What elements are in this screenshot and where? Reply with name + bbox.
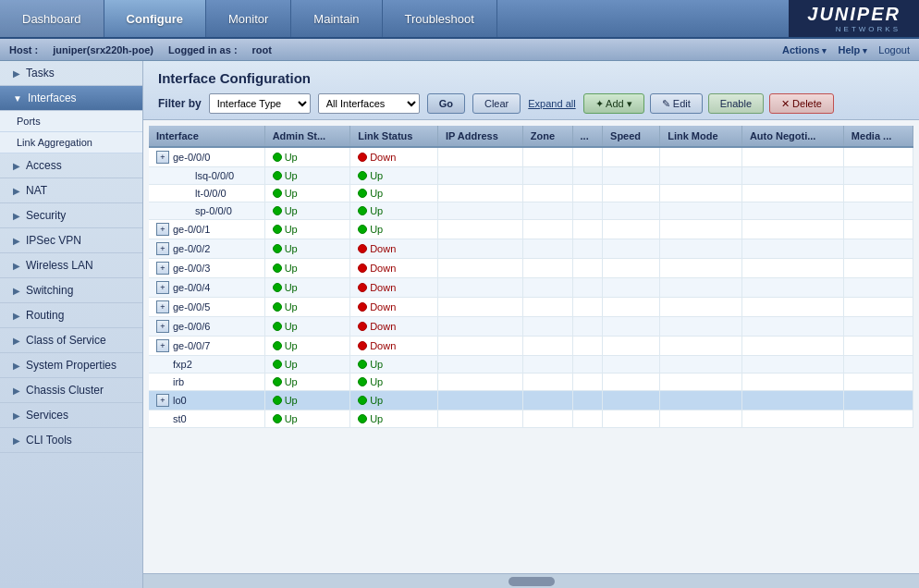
link-status-dot (358, 377, 367, 386)
expand-icon[interactable]: + (156, 151, 169, 164)
actions-link[interactable]: Actions ▾ (782, 44, 827, 55)
cell-link-status: Down (350, 337, 438, 356)
expand-icon[interactable]: + (156, 300, 169, 313)
table-row[interactable]: + ge-0/0/6 Up Down (149, 317, 913, 337)
filter-value-select[interactable]: All Interfaces (318, 93, 420, 114)
expand-icon[interactable]: + (156, 394, 169, 407)
table-row[interactable]: fxp2 Up Up (149, 356, 913, 374)
cell-auto (741, 185, 843, 202)
sidebar-item-nat[interactable]: ▶ NAT (0, 178, 142, 203)
link-status-dot (358, 244, 367, 253)
sidebar-item-sysprop[interactable]: ▶ System Properties (0, 353, 142, 378)
expand-icon[interactable]: + (156, 242, 169, 255)
cell-auto (741, 167, 843, 185)
sidebar-item-interfaces[interactable]: ▼ Interfaces (0, 86, 142, 111)
table-row[interactable]: + ge-0/0/7 Up Down (149, 337, 913, 356)
edit-button[interactable]: ✎ Edit (650, 93, 703, 114)
cell-ip (437, 167, 522, 185)
cell-link-status: Down (350, 259, 438, 278)
col-interface: Interface (149, 126, 264, 147)
cell-auto (741, 317, 843, 337)
cell-extra (572, 391, 603, 410)
cell-media (843, 147, 913, 167)
delete-button[interactable]: ✕ Delete (769, 93, 834, 114)
table-row[interactable]: sp-0/0/0 Up Up (149, 202, 913, 220)
cell-speed (603, 317, 660, 337)
cell-mode (660, 278, 742, 298)
cell-speed (603, 356, 660, 374)
link-status-dot (358, 360, 367, 369)
admin-status-dot (273, 206, 282, 215)
cell-media (843, 391, 913, 410)
cell-zone (522, 202, 572, 220)
sidebar-sub-linkagg[interactable]: Link Aggregation (0, 132, 142, 153)
cell-interface: + ge-0/0/1 (149, 220, 264, 239)
enable-button[interactable]: Enable (708, 93, 764, 114)
table-row[interactable]: + ge-0/0/4 Up Down (149, 278, 913, 298)
table-row[interactable]: lt-0/0/0 Up Up (149, 185, 913, 202)
tab-troubleshoot[interactable]: Troubleshoot (383, 0, 497, 37)
expand-icon[interactable]: + (156, 223, 169, 236)
cell-zone (522, 185, 572, 202)
cell-admin-status: Up (264, 220, 350, 239)
cell-media (843, 298, 913, 317)
sidebar-item-wirelesslan[interactable]: ▶ Wireless LAN (0, 253, 142, 278)
filter-type-select[interactable]: Interface Type (209, 93, 311, 114)
sidebar-item-security[interactable]: ▶ Security (0, 203, 142, 228)
cell-speed (603, 185, 660, 202)
sidebar-label-interfaces: Interfaces (28, 92, 77, 104)
expand-icon[interactable]: + (156, 320, 169, 333)
cell-ip (437, 239, 522, 259)
sidebar-item-services[interactable]: ▶ Services (0, 403, 142, 428)
table-row[interactable]: st0 Up Up (149, 410, 913, 428)
tab-monitor[interactable]: Monitor (206, 0, 291, 37)
expand-icon[interactable]: + (156, 262, 169, 275)
table-row[interactable]: lsq-0/0/0 Up Up (149, 167, 913, 185)
expand-icon[interactable]: + (156, 281, 169, 294)
tab-dashboard[interactable]: Dashboard (0, 0, 104, 37)
loggedin-value: root (252, 44, 272, 55)
tab-configure[interactable]: Configure (104, 0, 206, 37)
sidebar-item-chassis[interactable]: ▶ Chassis Cluster (0, 378, 142, 403)
logout-link[interactable]: Logout (878, 44, 910, 55)
logo-area: JUNIPER NETWORKS (789, 0, 919, 37)
cell-mode (660, 337, 742, 356)
sidebar-label-ipsecvpn: IPSec VPN (26, 234, 81, 247)
table-row[interactable]: + ge-0/0/2 Up Down (149, 239, 913, 259)
toolbar-group: ✦ Add ▾ ✎ Edit Enable ✕ Delete (583, 93, 834, 114)
sidebar-item-switching[interactable]: ▶ Switching (0, 278, 142, 303)
sidebar-item-routing[interactable]: ▶ Routing (0, 303, 142, 328)
sidebar-item-clitools[interactable]: ▶ CLI Tools (0, 428, 142, 453)
logo-sub: NETWORKS (807, 25, 901, 33)
cell-extra (572, 317, 603, 337)
table-row[interactable]: + lo0 Up Up (149, 391, 913, 410)
table-row[interactable]: + ge-0/0/3 Up Down (149, 259, 913, 278)
sidebar-item-access[interactable]: ▶ Access (0, 153, 142, 178)
table-row[interactable]: + ge-0/0/1 Up Up (149, 220, 913, 239)
cell-auto (741, 356, 843, 374)
sidebar-label-security: Security (26, 209, 66, 222)
help-link[interactable]: Help ▾ (838, 44, 867, 55)
cell-ip (437, 317, 522, 337)
cell-speed (603, 147, 660, 167)
sidebar-item-cos[interactable]: ▶ Class of Service (0, 328, 142, 353)
table-row[interactable]: + ge-0/0/0 Up Down (149, 147, 913, 167)
expand-icon[interactable]: + (156, 339, 169, 352)
sidebar-item-tasks[interactable]: ▶ Tasks (0, 61, 142, 86)
cell-media (843, 185, 913, 202)
tab-maintain[interactable]: Maintain (291, 0, 382, 37)
go-button[interactable]: Go (427, 93, 465, 114)
clear-button[interactable]: Clear (472, 93, 521, 114)
cell-mode (660, 410, 742, 428)
table-row[interactable]: + ge-0/0/5 Up Down (149, 298, 913, 317)
scroll-thumb[interactable] (509, 577, 555, 586)
link-status-dot (358, 171, 367, 180)
arrow-icon-security: ▶ (13, 211, 20, 221)
expand-all-button[interactable]: Expand all (528, 98, 575, 109)
cell-speed (603, 220, 660, 239)
sidebar-sub-ports[interactable]: Ports (0, 111, 142, 132)
table-row[interactable]: irb Up Up (149, 374, 913, 391)
admin-status-dot (273, 189, 282, 198)
sidebar-item-ipsecvpn[interactable]: ▶ IPSec VPN (0, 228, 142, 253)
add-button[interactable]: ✦ Add ▾ (583, 93, 644, 114)
